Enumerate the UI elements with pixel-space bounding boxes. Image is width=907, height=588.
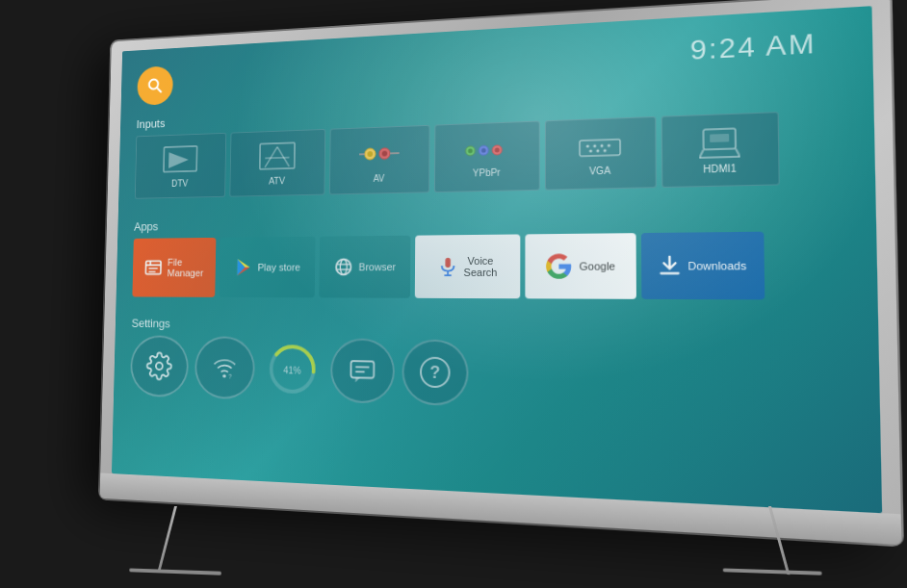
svg-line-5 bbox=[265, 146, 277, 166]
wifi-icon: ? bbox=[213, 354, 237, 380]
svg-line-30 bbox=[736, 147, 740, 156]
downloads-label: Downloads bbox=[687, 259, 746, 271]
time-display: 9:24 AM bbox=[690, 27, 816, 65]
tv-stand-left bbox=[157, 505, 177, 572]
av-label: AV bbox=[374, 172, 385, 183]
messages-icon bbox=[349, 356, 376, 385]
input-vga[interactable]: VGA bbox=[545, 115, 657, 190]
svg-text:?: ? bbox=[228, 372, 232, 379]
atv-label: ATV bbox=[269, 175, 285, 186]
vga-label: VGA bbox=[589, 165, 610, 176]
dtv-icon bbox=[162, 143, 198, 174]
tv-body: 9:24 AM Inputs bbox=[100, 0, 902, 545]
svg-rect-46 bbox=[445, 257, 450, 267]
app-browser[interactable]: Browser bbox=[319, 235, 410, 297]
settings-help[interactable]: ? bbox=[402, 339, 468, 406]
search-button[interactable] bbox=[137, 65, 173, 106]
svg-rect-56 bbox=[350, 361, 374, 378]
file-manager-label2: Manager bbox=[168, 267, 204, 277]
inputs-section: Inputs DTV bbox=[135, 87, 864, 199]
google-icon bbox=[545, 252, 573, 280]
ypbpr-label: YPbPr bbox=[473, 166, 501, 178]
voice-search-label1: Voice bbox=[467, 254, 493, 266]
svg-point-50 bbox=[156, 362, 163, 370]
svg-line-1 bbox=[157, 87, 161, 91]
svg-rect-32 bbox=[710, 133, 729, 141]
dtv-label: DTV bbox=[171, 177, 188, 188]
downloads-icon bbox=[659, 254, 682, 276]
input-dtv[interactable]: DTV bbox=[135, 132, 226, 198]
settings-system[interactable] bbox=[130, 335, 189, 397]
browser-label: Browser bbox=[359, 261, 396, 272]
svg-line-29 bbox=[699, 148, 703, 156]
av-icon bbox=[359, 137, 400, 169]
settings-grid: ? 41% bbox=[130, 335, 868, 419]
hdmi1-label: HDMI1 bbox=[703, 162, 737, 173]
voice-search-icon bbox=[437, 256, 458, 277]
svg-marker-3 bbox=[168, 151, 189, 167]
play-store-icon bbox=[234, 257, 253, 277]
google-label: Google bbox=[580, 260, 616, 271]
vga-icon bbox=[578, 131, 622, 162]
settings-section: Settings ? bbox=[130, 316, 868, 418]
input-atv[interactable]: ATV bbox=[229, 128, 325, 196]
svg-point-23 bbox=[600, 143, 603, 146]
search-icon bbox=[146, 75, 165, 95]
settings-battery[interactable]: 41% bbox=[261, 337, 324, 401]
battery-ring-icon: 41% bbox=[268, 343, 318, 396]
input-av[interactable]: AV bbox=[329, 124, 430, 194]
svg-line-7 bbox=[265, 157, 289, 158]
svg-line-31 bbox=[699, 156, 739, 157]
file-manager-icon bbox=[144, 257, 163, 276]
svg-point-43 bbox=[340, 259, 347, 274]
settings-messages[interactable] bbox=[330, 338, 395, 404]
ypbpr-icon bbox=[462, 136, 510, 164]
svg-rect-4 bbox=[260, 141, 295, 167]
hdmi-icon bbox=[699, 125, 740, 159]
svg-point-42 bbox=[336, 259, 351, 274]
play-store-label: Play store bbox=[258, 261, 300, 272]
svg-point-26 bbox=[596, 148, 599, 151]
svg-point-27 bbox=[604, 148, 607, 151]
svg-line-6 bbox=[277, 145, 290, 166]
app-voice-search[interactable]: Voice Search bbox=[415, 234, 521, 298]
voice-search-label2: Search bbox=[463, 266, 497, 277]
settings-wifi[interactable]: ? bbox=[194, 336, 255, 399]
atv-icon bbox=[258, 140, 297, 171]
apps-grid: File Manager Play store bbox=[132, 230, 866, 299]
app-play-store[interactable]: Play store bbox=[220, 236, 316, 297]
svg-point-24 bbox=[608, 143, 610, 146]
tv-stand-base-right bbox=[723, 568, 822, 575]
file-manager-label: File bbox=[168, 256, 204, 267]
tv-stand-base-left bbox=[129, 568, 221, 575]
help-icon: ? bbox=[420, 356, 451, 388]
settings-label: Settings bbox=[132, 316, 868, 339]
svg-point-21 bbox=[586, 143, 589, 146]
app-google[interactable]: Google bbox=[525, 233, 636, 299]
input-hdmi1[interactable]: HDMI1 bbox=[661, 112, 780, 188]
apps-section: Apps File Manager bbox=[132, 208, 866, 299]
input-ypbpr[interactable]: YPbPr bbox=[434, 120, 540, 192]
gear-icon bbox=[145, 351, 172, 381]
svg-point-25 bbox=[589, 148, 592, 151]
tv-screen: 9:24 AM Inputs bbox=[112, 6, 882, 513]
svg-rect-20 bbox=[580, 139, 620, 156]
browser-icon bbox=[333, 256, 353, 276]
apps-label: Apps bbox=[134, 208, 865, 233]
tv-container: 9:24 AM Inputs bbox=[39, 15, 868, 574]
app-file-manager[interactable]: File Manager bbox=[132, 237, 216, 296]
app-downloads[interactable]: Downloads bbox=[641, 231, 764, 299]
svg-point-51 bbox=[223, 374, 226, 377]
svg-point-22 bbox=[593, 143, 596, 146]
svg-text:41%: 41% bbox=[283, 365, 301, 375]
